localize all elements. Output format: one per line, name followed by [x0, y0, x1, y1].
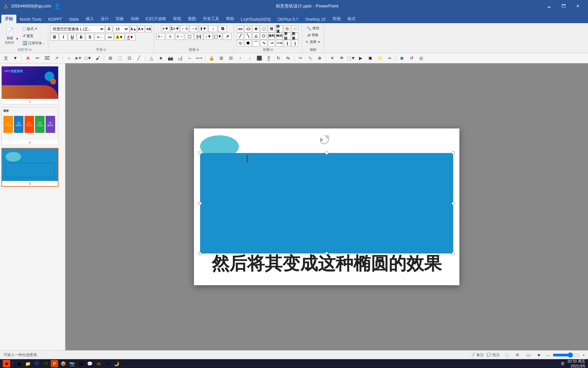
- notes-button[interactable]: 📝 备注: [470, 352, 484, 357]
- font-family-select[interactable]: 阿里巴巴普惠体 L (正...: [50, 25, 105, 33]
- tab-koppt[interactable]: KOPPT: [45, 16, 66, 23]
- shape-s7[interactable]: ⌒: [252, 40, 259, 47]
- taskbar-ai[interactable]: Ai: [95, 360, 102, 367]
- taskbar-xmind[interactable]: ✂: [104, 360, 111, 367]
- change-case-button[interactable]: Aa: [105, 34, 114, 41]
- select-button[interactable]: ↖选择▼: [304, 39, 322, 45]
- tab-sheji[interactable]: 设计: [97, 15, 112, 23]
- tb2-align[interactable]: ⬛: [255, 54, 264, 62]
- close-button[interactable]: ✕: [571, 1, 585, 11]
- underline-button[interactable]: U: [68, 34, 76, 41]
- text-shadow-button[interactable]: S: [86, 34, 94, 41]
- tb2-camera[interactable]: 📷: [166, 54, 175, 62]
- replace-button[interactable]: ⇄替换: [306, 32, 320, 38]
- shape-s4[interactable]: ⬡: [260, 33, 267, 40]
- tab-ppt-play[interactable]: 幻灯片放映: [142, 15, 169, 23]
- tb2-brush[interactable]: 🖌: [93, 54, 102, 62]
- tb2-highlight[interactable]: ✏: [33, 54, 42, 62]
- font-grow-button[interactable]: A▲: [130, 26, 137, 32]
- taskbar-ime[interactable]: 英: [561, 361, 565, 366]
- tab-jianbao[interactable]: 简报: [329, 15, 344, 23]
- layout-button[interactable]: ⬚版式▼: [21, 26, 46, 32]
- text-direction-button[interactable]: ↕: [209, 25, 217, 32]
- taskbar-app5[interactable]: ≈: [121, 360, 129, 367]
- zoom-slider[interactable]: [553, 352, 580, 358]
- tb2-fill[interactable]: ■▼: [74, 54, 83, 62]
- tab-shitu[interactable]: 视图: [184, 15, 199, 23]
- taskbar-app4[interactable]: 🌙: [113, 360, 120, 367]
- col-align-button[interactable]: |≡|: [194, 33, 203, 40]
- smart-art-button[interactable]: ⧉: [218, 25, 227, 32]
- tb2-crop2[interactable]: ✂: [296, 54, 305, 62]
- increase-indent-button[interactable]: →≡: [190, 25, 198, 32]
- presenter-view-button[interactable]: ▶: [535, 352, 543, 358]
- tb2-text[interactable]: 文: [1, 54, 10, 62]
- fill-color-button[interactable]: 形状: [284, 33, 291, 40]
- tb2-rotate[interactable]: ↻: [274, 54, 283, 62]
- align-center-button[interactable]: ≡: [166, 33, 175, 40]
- tb2-close[interactable]: ✕: [328, 54, 337, 62]
- normal-view-button[interactable]: ⬚: [503, 352, 511, 358]
- tab-donghua[interactable]: 动画: [127, 15, 142, 23]
- line-spacing-button[interactable]: ↕▼: [204, 33, 213, 40]
- tb2-circle[interactable]: ○: [65, 54, 74, 62]
- italic-button[interactable]: I: [59, 34, 67, 41]
- justify-button[interactable]: ⬚: [185, 33, 194, 40]
- tb2-back[interactable]: ↓: [245, 54, 254, 62]
- arrange-button[interactable]: 排: [268, 26, 275, 32]
- tb2-stop[interactable]: ⏹: [366, 54, 375, 62]
- tab-geshi[interactable]: 格式: [344, 15, 359, 23]
- slide-rect[interactable]: [200, 153, 453, 254]
- style2-button[interactable]: 样式: [276, 33, 283, 40]
- tab-nordri[interactable]: Nordri Tools: [16, 16, 45, 23]
- tb2-arrows[interactable]: ↔: [185, 54, 194, 62]
- tab-charu[interactable]: 插入: [82, 15, 97, 23]
- shape-s9[interactable]: ⤻: [268, 40, 275, 47]
- new-slide-button[interactable]: 📄 新建幻灯片 ▼: [3, 26, 20, 46]
- tb2-pos[interactable]: ⊕: [315, 54, 324, 62]
- slide-thumb-1[interactable]: PPT创意形状 1: [1, 66, 59, 104]
- text-highlight-button[interactable]: A▼: [114, 34, 125, 41]
- font-size-select[interactable]: 18: [113, 25, 129, 33]
- maximize-button[interactable]: 🗖: [557, 1, 570, 11]
- tab-bangzhu[interactable]: 帮助: [223, 15, 238, 23]
- handle-mid-right[interactable]: [452, 202, 455, 205]
- shape-s12[interactable]: }: [292, 40, 298, 47]
- taskbar-wechat[interactable]: 💬: [86, 360, 94, 367]
- bold-button[interactable]: B: [50, 34, 59, 41]
- font-size-up-button[interactable]: A: [105, 26, 112, 32]
- tb2-triangle[interactable]: △: [147, 54, 156, 62]
- taskbar-start[interactable]: ❀: [3, 360, 10, 367]
- tb2-dropdown[interactable]: ▼: [11, 54, 20, 62]
- slide-thumb-3[interactable]: 3: [1, 148, 59, 187]
- text-align-button[interactable]: ⬚▼: [213, 33, 222, 40]
- tb2-eraser[interactable]: ⌧: [43, 54, 51, 62]
- tb2-size[interactable]: ⤡: [306, 54, 314, 62]
- tb2-play[interactable]: ▶: [356, 54, 365, 62]
- shape-rect[interactable]: ▭: [237, 26, 244, 32]
- clear-format-button[interactable]: ✕A: [145, 26, 152, 32]
- taskbar-app3[interactable]: 🖼: [77, 360, 85, 367]
- shape-s8[interactable]: ∿: [260, 40, 267, 47]
- tb2-line[interactable]: ╱: [134, 54, 143, 62]
- tb2-reset2[interactable]: ↺: [407, 54, 416, 62]
- char-spacing-button[interactable]: A↔: [95, 34, 105, 41]
- tb2-arrow[interactable]: ↗: [52, 54, 61, 62]
- canvas-area[interactable]: 然后将其变成这种椭圆的效果: [65, 63, 588, 350]
- tb2-crop[interactable]: ⊡: [125, 54, 134, 62]
- handle-top-left[interactable]: [198, 151, 202, 155]
- decrease-indent-button[interactable]: ←≡: [180, 25, 189, 32]
- handle-top-center[interactable]: [325, 151, 328, 155]
- tab-shenhe[interactable]: 审阅: [169, 15, 184, 23]
- tab-qiehuan[interactable]: 切换: [112, 15, 127, 23]
- shape-s11[interactable]: {: [284, 40, 291, 47]
- taskbar-360[interactable]: 🛡: [42, 360, 49, 367]
- tab-onekey[interactable]: OneKey 10: [302, 16, 329, 23]
- text-columns-button[interactable]: ⫿▼: [199, 25, 208, 32]
- taskbar-ppt[interactable]: P: [51, 360, 58, 367]
- numbering-button[interactable]: 1≡▼: [170, 25, 179, 32]
- comments-button[interactable]: 💬 批注: [487, 352, 500, 357]
- slide-sorter-button[interactable]: ⊞: [513, 352, 522, 358]
- shape-s10[interactable]: ⟶: [276, 40, 283, 47]
- shape-s1[interactable]: ╱: [237, 33, 244, 40]
